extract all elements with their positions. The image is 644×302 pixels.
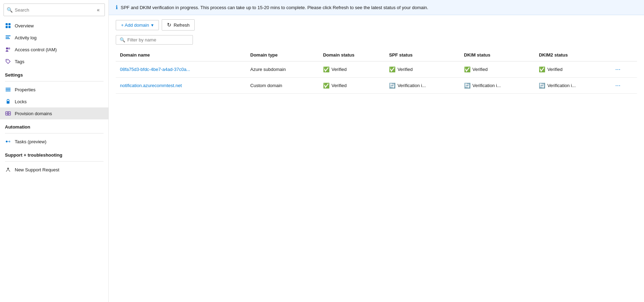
activity-log-icon [5,34,11,41]
verified-icon: ✅ [323,83,330,89]
provision-domains-icon [5,110,11,117]
progress-icon: 🔄 [464,83,471,89]
status-cell: 🔄Verification i... [535,78,610,94]
refresh-icon: ↻ [167,22,172,28]
sidebar: 🔍 « Overview [0,0,109,302]
automation-divider [5,133,103,133]
verified-icon: ✅ [323,66,330,73]
sidebar-item-label: Tasks (preview) [15,139,46,144]
sidebar-item-label: Tags [15,59,24,64]
status-cell: ✅Verified [460,61,535,78]
filter-icon: 🔍 [120,37,125,42]
info-banner: ℹ SPF and DKIM verification in progress.… [109,0,644,15]
tasks-icon [5,138,11,145]
verified-icon: ✅ [539,66,545,73]
table-row: notification.azurecommtest.netCustom dom… [116,78,637,94]
domain-name-cell[interactable]: notification.azurecommtest.net [116,78,246,94]
sidebar-item-label: Properties [15,87,35,92]
status-label: Verification i... [397,83,426,88]
properties-icon [5,86,11,93]
banner-text: SPF and DKIM verification in progress. T… [121,5,428,10]
row-actions-cell[interactable]: ··· [610,61,637,78]
svg-rect-11 [6,89,11,90]
info-icon: ℹ [116,4,118,11]
svg-point-8 [8,47,10,50]
row-actions-cell[interactable]: ··· [610,78,637,94]
col-dkim-status: DKIM status [460,49,535,61]
sidebar-item-provision-domains[interactable]: Provision domains [0,107,108,119]
table-row: 08fa75d3-bfdc-4be7-a4ad-37c0a...Azure su… [116,61,637,78]
domain-type-cell: Azure subdomain [246,61,319,78]
status-label: Verified [331,67,347,72]
progress-icon: 🔄 [389,83,396,89]
add-domain-chevron-icon: ▾ [151,22,154,28]
col-domain-status: Domain status [319,49,385,61]
svg-rect-12 [6,91,11,91]
status-cell: ✅Verified [385,61,460,78]
sidebar-item-label: Provision domains [15,111,52,116]
sidebar-item-label: Activity log [15,35,36,40]
col-dkim2-status: DKIM2 status [535,49,610,61]
sidebar-item-label: Locks [15,99,27,104]
filter-bar: 🔍 [109,35,644,49]
automation-section-header: Automation [0,119,108,131]
sidebar-item-overview[interactable]: Overview [0,20,108,32]
settings-section-header: Settings [0,67,108,79]
sidebar-item-access-control[interactable]: Access control (IAM) [0,44,108,55]
col-domain-type: Domain type [246,49,319,61]
sidebar-nav: Overview Activity log Access control ( [0,18,108,177]
filter-input[interactable] [127,37,186,42]
search-input[interactable] [15,7,93,13]
status-label: Verification i... [547,83,576,88]
sidebar-item-properties[interactable]: Properties [0,84,108,96]
svg-rect-2 [6,26,8,28]
toolbar: + Add domain ▾ ↻ Refresh [109,15,644,35]
sidebar-item-activity-log[interactable]: Activity log [0,32,108,44]
status-label: Verified [547,67,562,72]
tags-icon [5,58,11,65]
sidebar-item-label: Access control (IAM) [15,47,57,52]
svg-rect-0 [6,23,8,25]
domain-name-cell[interactable]: 08fa75d3-bfdc-4be7-a4ad-37c0a... [116,61,246,78]
sidebar-item-label: Overview [15,23,34,28]
col-spf-status: SPF status [385,49,460,61]
refresh-button[interactable]: ↻ Refresh [162,19,195,31]
add-domain-button[interactable]: + Add domain ▾ [116,20,159,30]
col-domain-name: Domain name [116,49,246,61]
sidebar-item-new-support-request[interactable]: New Support Request [0,164,108,176]
status-cell: 🔄Verification i... [460,78,535,94]
svg-point-21 [7,168,9,170]
sidebar-item-label: New Support Request [15,167,59,172]
more-actions-icon[interactable]: ··· [614,66,622,73]
status-cell: 🔄Verification i... [385,78,460,94]
settings-divider [5,81,103,81]
sidebar-item-locks[interactable]: Locks [0,96,108,107]
domain-type-cell: Custom domain [246,78,319,94]
support-divider [5,161,103,162]
svg-rect-3 [8,26,11,28]
svg-rect-13 [7,101,9,104]
domains-table-area: Domain name Domain type Domain status SP… [109,49,644,302]
svg-rect-1 [8,23,11,25]
support-section-header: Support + troubleshooting [0,147,108,159]
svg-point-9 [7,60,7,61]
status-label: Verified [472,67,488,72]
col-actions [610,49,637,61]
status-label: Verified [331,83,347,88]
collapse-button[interactable]: « [95,6,102,14]
svg-rect-10 [6,88,11,88]
verified-icon: ✅ [389,66,396,73]
support-icon [5,166,11,173]
sidebar-item-tags[interactable]: Tags [0,55,108,67]
main-content: ℹ SPF and DKIM verification in progress.… [109,0,644,302]
status-label: Verified [397,67,412,72]
status-cell: ✅Verified [535,61,610,78]
svg-rect-20 [7,141,9,142]
svg-point-7 [6,47,8,50]
verified-icon: ✅ [464,66,471,73]
domains-table: Domain name Domain type Domain status SP… [116,49,637,94]
sidebar-item-tasks-preview[interactable]: Tasks (preview) [0,136,108,147]
more-actions-icon[interactable]: ··· [614,82,622,89]
access-control-icon [5,46,11,53]
status-cell: ✅Verified [319,61,385,78]
